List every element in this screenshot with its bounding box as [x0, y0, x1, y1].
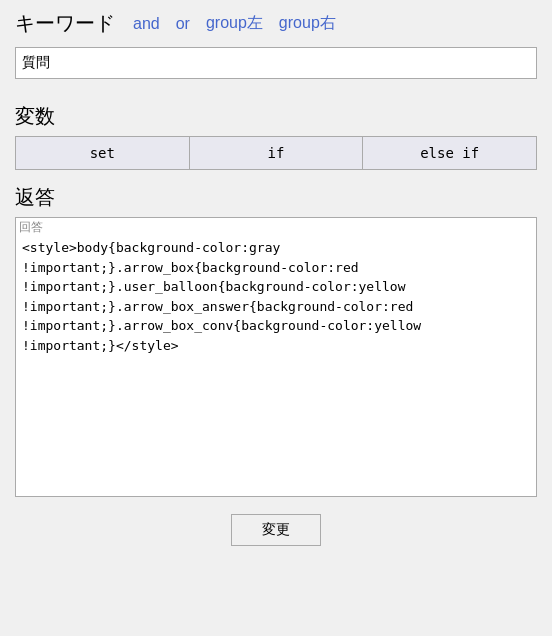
keyword-or-button[interactable]: or: [168, 13, 198, 35]
change-button[interactable]: 変更: [231, 514, 321, 546]
keyword-row: キーワード and or group左 group右: [15, 10, 537, 37]
keyword-and-button[interactable]: and: [125, 13, 168, 35]
variables-section: 変数 set if else if: [15, 103, 537, 170]
variables-title: 変数: [15, 103, 537, 130]
question-input[interactable]: [15, 47, 537, 79]
variables-buttons: set if else if: [15, 136, 537, 170]
answer-title: 返答: [15, 184, 537, 211]
if-button[interactable]: if: [190, 137, 364, 169]
answer-box-wrapper: 回答 <style>body{background-color:gray !im…: [15, 217, 537, 500]
keyword-group-right-button[interactable]: group右: [271, 11, 344, 36]
keyword-group-left-button[interactable]: group左: [198, 11, 271, 36]
answer-section: 返答 回答 <style>body{background-color:gray …: [15, 184, 537, 500]
bottom-bar: 変更: [15, 514, 537, 546]
set-button[interactable]: set: [16, 137, 190, 169]
answer-textarea[interactable]: <style>body{background-color:gray !impor…: [15, 217, 537, 497]
keyword-title: キーワード: [15, 10, 115, 37]
else-if-button[interactable]: else if: [363, 137, 536, 169]
